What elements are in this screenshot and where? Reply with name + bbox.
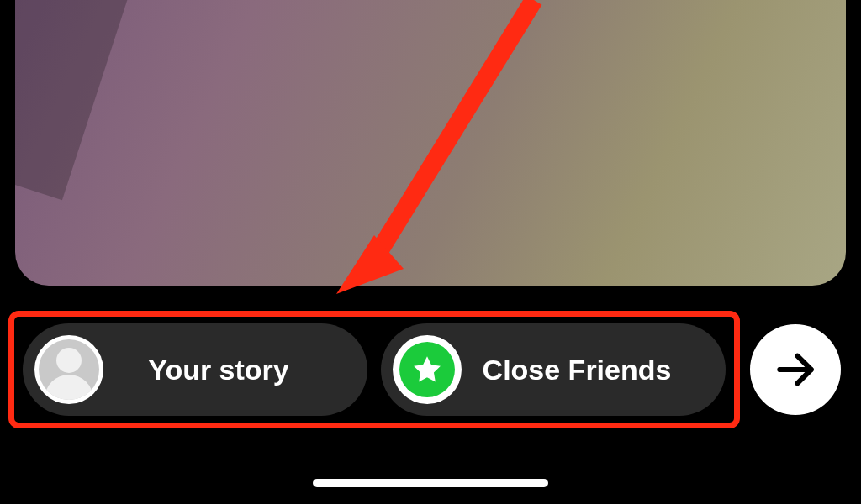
home-indicator[interactable]: [313, 479, 548, 487]
your-story-label: Your story: [103, 354, 367, 386]
share-options-highlight: Your story Close Friends: [8, 311, 740, 428]
avatar-icon: [34, 335, 103, 404]
close-friends-label: Close Friends: [462, 354, 726, 386]
arrow-right-icon: [772, 346, 819, 393]
story-preview: [15, 0, 846, 286]
close-friends-star-icon: [393, 335, 462, 404]
close-friends-button[interactable]: Close Friends: [381, 323, 726, 416]
next-button[interactable]: [750, 324, 841, 415]
your-story-button[interactable]: Your story: [23, 323, 367, 416]
